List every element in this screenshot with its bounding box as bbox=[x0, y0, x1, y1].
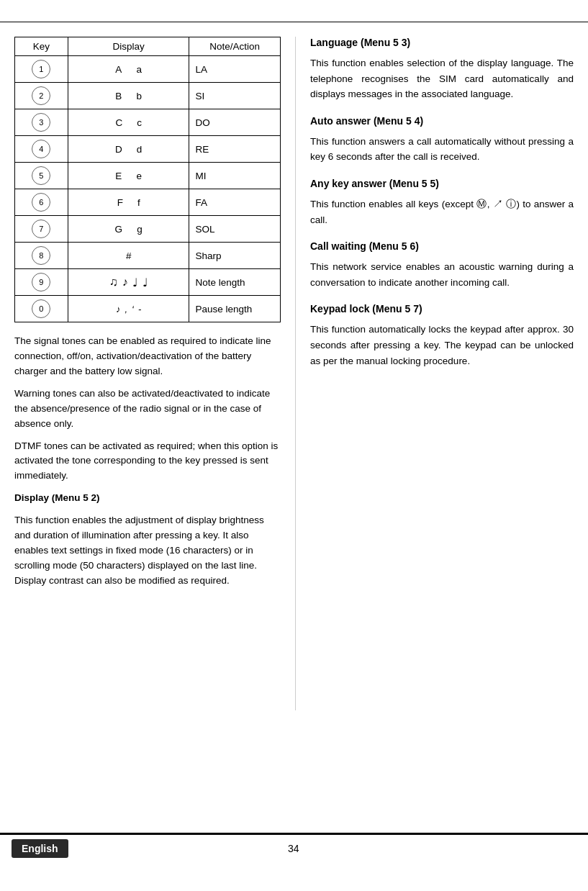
section-any-key-body: This function enables all keys (except Ⓜ… bbox=[310, 196, 574, 227]
table-row: 0 ♪ , ‘ - Pause length bbox=[15, 296, 281, 322]
key-icon: 9 bbox=[32, 273, 50, 291]
signal-tones-para: The signal tones can be enabled as requi… bbox=[14, 334, 281, 379]
section-language-title: Language (Menu 5 3) bbox=[310, 37, 574, 48]
table-header-key: Key bbox=[15, 37, 68, 56]
pause-symbols: ♪ , ‘ - bbox=[74, 304, 184, 315]
left-text: The signal tones can be enabled as requi… bbox=[14, 334, 281, 589]
section-language: Language (Menu 5 3) This function enable… bbox=[310, 37, 574, 102]
section-keypad-lock: Keypad lock (Menu 5 7) This function aut… bbox=[310, 303, 574, 368]
key-icon: 8 bbox=[32, 246, 50, 265]
table-row: 6 Ff FA bbox=[15, 189, 281, 216]
bottom-bar: English 34 bbox=[0, 833, 588, 862]
section-auto-answer-title: Auto answer (Menu 5 4) bbox=[310, 115, 574, 127]
section-auto-answer-body: This function answers a call automatical… bbox=[310, 134, 574, 165]
page: Key Display Note/Action 1 Aa LA 2 Bb SI bbox=[0, 0, 588, 891]
table-row: 9 ♫ ♪ ♩ ♩ Note length bbox=[15, 269, 281, 296]
table-header-display: Display bbox=[68, 37, 189, 56]
key-table: Key Display Note/Action 1 Aa LA 2 Bb SI bbox=[14, 37, 281, 322]
display-section-body: This function enables the adjustment of … bbox=[14, 513, 281, 589]
page-number: 34 bbox=[68, 843, 519, 854]
key-icon: 5 bbox=[32, 166, 50, 185]
table-row: 5 Ee MI bbox=[15, 163, 281, 189]
note-symbols: ♫ ♪ ♩ ♩ bbox=[74, 276, 184, 289]
key-icon: 4 bbox=[32, 140, 50, 158]
section-call-waiting-body: This network service enables an acoustic… bbox=[310, 259, 574, 290]
table-row: 7 Gg SOL bbox=[15, 216, 281, 243]
key-icon: 2 bbox=[32, 86, 50, 105]
section-call-waiting-title: Call waiting (Menu 5 6) bbox=[310, 240, 574, 252]
section-any-key: Any key answer (Menu 5 5) This function … bbox=[310, 178, 574, 227]
table-row: 3 Cc DO bbox=[15, 109, 281, 136]
top-divider bbox=[0, 22, 588, 22]
content-area: Key Display Note/Action 1 Aa LA 2 Bb SI bbox=[0, 37, 588, 710]
section-auto-answer: Auto answer (Menu 5 4) This function ans… bbox=[310, 115, 574, 165]
section-any-key-title: Any key answer (Menu 5 5) bbox=[310, 178, 574, 189]
key-icon: 6 bbox=[32, 193, 50, 212]
key-icon: 7 bbox=[32, 220, 50, 238]
left-column: Key Display Note/Action 1 Aa LA 2 Bb SI bbox=[14, 37, 281, 710]
table-row: 8 # Sharp bbox=[15, 243, 281, 269]
warning-tones-para: Warning tones can also be activated/deac… bbox=[14, 386, 281, 432]
table-row: 2 Bb SI bbox=[15, 83, 281, 109]
table-header-note: Note/Action bbox=[189, 37, 281, 56]
table-row: 1 Aa LA bbox=[15, 56, 281, 83]
language-badge: English bbox=[12, 839, 68, 858]
right-column: Language (Menu 5 3) This function enable… bbox=[295, 37, 574, 710]
dtmf-para: DTMF tones can be activated as required;… bbox=[14, 439, 281, 484]
section-keypad-lock-title: Keypad lock (Menu 5 7) bbox=[310, 303, 574, 315]
section-keypad-lock-body: This function automatically locks the ke… bbox=[310, 322, 574, 368]
key-icon: 1 bbox=[32, 60, 50, 78]
key-icon: 3 bbox=[32, 113, 50, 132]
section-language-body: This function enables selection of the d… bbox=[310, 55, 574, 102]
display-section-title: Display (Menu 5 2) bbox=[14, 491, 281, 506]
key-icon: 0 bbox=[32, 299, 50, 318]
table-row: 4 Dd RE bbox=[15, 136, 281, 163]
section-call-waiting: Call waiting (Menu 5 6) This network ser… bbox=[310, 240, 574, 290]
